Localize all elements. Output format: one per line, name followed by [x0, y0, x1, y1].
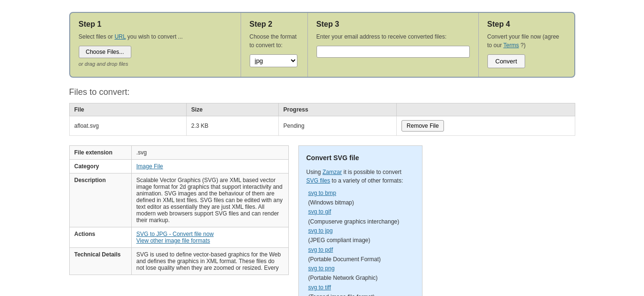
info-row-description: Description Scalable Vector Graphics (SV…	[69, 174, 288, 227]
svg-to-gif-link[interactable]: svg to gif	[308, 207, 414, 216]
svg-files-link[interactable]: SVG files	[306, 177, 330, 184]
action-link-convert[interactable]: SVG to JPG - Convert file now	[137, 231, 214, 237]
step-4: Step 4 Convert your file now (agree to o…	[479, 13, 574, 77]
step3-desc: Enter your email address to receive conv…	[317, 32, 470, 41]
label-description: Description	[69, 174, 131, 227]
step3-title: Step 3	[317, 20, 470, 29]
files-section-title: Files to convert:	[69, 87, 575, 97]
step1-desc-suffix: you wish to convert ...	[126, 33, 182, 40]
category-link[interactable]: Image File	[137, 163, 163, 170]
label-file-extension: File extension	[69, 146, 131, 160]
files-table: File Size Progress afloat.svg 2.3 KB Pen…	[69, 103, 575, 136]
col-progress: Progress	[278, 103, 396, 116]
step1-desc-text: Select files or	[79, 33, 115, 40]
bottom-section: File extension .svg Category Image File …	[69, 145, 575, 296]
table-row: afloat.svg 2.3 KB Pending Remove File	[69, 116, 575, 136]
file-name-cell: afloat.svg	[69, 116, 186, 136]
steps-container: Step 1 Select files or URL you wish to c…	[69, 12, 575, 78]
step-2: Step 2 Choose the format to convert to: …	[241, 13, 308, 77]
file-info-table: File extension .svg Category Image File …	[69, 145, 289, 275]
step-3: Step 3 Enter your email address to recei…	[308, 13, 479, 77]
step4-title: Step 4	[487, 20, 566, 29]
info-row-extension: File extension .svg	[69, 146, 288, 160]
value-actions: SVG to JPG - Convert file now View other…	[131, 227, 288, 248]
value-category: Image File	[131, 160, 288, 174]
step4-desc-suffix: ?)	[519, 42, 526, 49]
step1-title: Step 1	[79, 20, 232, 29]
choose-files-button[interactable]: Choose Files...	[79, 46, 131, 58]
info-row-actions: Actions SVG to JPG - Convert file now Vi…	[69, 227, 288, 248]
url-link[interactable]: URL	[115, 33, 126, 40]
format-select[interactable]: jpg png bmp gif pdf tiff svg	[250, 54, 297, 67]
zamzar-link[interactable]: Zamzar	[323, 169, 342, 175]
email-input[interactable]	[317, 46, 470, 58]
file-size-cell: 2.3 KB	[186, 116, 278, 136]
step1-desc: Select files or URL you wish to convert …	[79, 32, 232, 41]
step2-desc: Choose the format to convert to:	[250, 32, 299, 50]
label-category: Category	[69, 160, 131, 174]
convert-svg-box: Convert SVG file Using Zamzar it is poss…	[298, 145, 422, 296]
file-progress-cell: Pending	[278, 116, 396, 136]
remove-file-button[interactable]: Remove File	[401, 120, 444, 132]
step4-desc: Convert your file now (agree to our Term…	[487, 32, 566, 50]
info-row-technical: Technical Details SVG is used to define …	[69, 248, 288, 275]
terms-link[interactable]: Terms	[503, 42, 519, 49]
svg-to-png-link[interactable]: svg to png	[308, 264, 414, 273]
svg-to-jpg-link[interactable]: svg to jpg	[308, 226, 414, 235]
drag-drop-label: or drag and drop files	[79, 61, 232, 67]
col-action	[396, 103, 575, 116]
convert-svg-intro: Using Zamzar it is possible to convert S…	[306, 168, 414, 185]
files-section: Files to convert: File Size Progress afl…	[69, 87, 575, 136]
svg-to-bmp-link[interactable]: svg to bmp	[308, 189, 414, 198]
convert-button[interactable]: Convert	[487, 54, 526, 68]
files-table-header-row: File Size Progress	[69, 103, 575, 116]
step-1: Step 1 Select files or URL you wish to c…	[70, 13, 241, 77]
convert-svg-title: Convert SVG file	[306, 153, 414, 164]
value-description: Scalable Vector Graphics (SVG) are XML b…	[131, 174, 288, 227]
label-technical-details: Technical Details	[69, 248, 131, 275]
label-actions: Actions	[69, 227, 131, 248]
value-technical-details: SVG is used to define vector-based graph…	[131, 248, 288, 275]
step2-title: Step 2	[250, 20, 299, 29]
info-row-category: Category Image File	[69, 160, 288, 174]
action-link-formats[interactable]: View other image file formats	[137, 237, 211, 244]
col-size: Size	[186, 103, 278, 116]
svg-to-pdf-link[interactable]: svg to pdf	[308, 245, 414, 255]
svg-to-tiff-link[interactable]: svg to tiff	[308, 283, 414, 292]
svg-conversion-links: svg to bmp (Windows bitmap) svg to gif (…	[308, 189, 414, 296]
col-file: File	[69, 103, 186, 116]
file-action-cell: Remove File	[396, 116, 575, 136]
value-file-extension: .svg	[131, 146, 288, 160]
